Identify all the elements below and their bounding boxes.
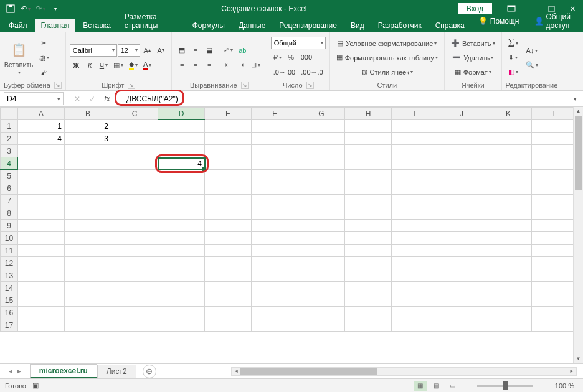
redo-icon[interactable]: ↷▾ (34, 2, 47, 16)
cell[interactable] (298, 257, 345, 269)
cell[interactable] (18, 182, 65, 195)
view-page-break-button[interactable]: ▭ (446, 381, 460, 391)
cell[interactable] (298, 307, 345, 319)
cell[interactable] (158, 182, 205, 195)
cancel-formula-icon[interactable]: ✕ (72, 95, 82, 103)
cell[interactable] (18, 170, 65, 182)
cut-button[interactable]: ✂ (36, 37, 52, 50)
increase-font-button[interactable]: A▴ (141, 44, 154, 57)
merge-button[interactable]: ⊞▾ (249, 58, 263, 72)
column-header[interactable]: E (205, 108, 252, 120)
column-header[interactable]: A (18, 108, 65, 120)
cell[interactable] (65, 145, 111, 157)
cell[interactable] (438, 232, 485, 245)
column-header[interactable]: C (111, 108, 158, 120)
cell[interactable] (205, 282, 252, 294)
conditional-format-button[interactable]: ▤Условное форматирование▾ (334, 37, 440, 50)
cell[interactable] (485, 307, 532, 319)
cell[interactable] (111, 120, 158, 133)
align-middle-button[interactable]: ≡ (189, 44, 202, 57)
cell[interactable] (111, 195, 158, 207)
scroll-down-icon[interactable]: ▼ (574, 355, 583, 363)
cell[interactable] (392, 319, 438, 332)
cell[interactable] (345, 232, 392, 245)
cell[interactable] (438, 245, 485, 257)
cell[interactable] (298, 220, 345, 232)
cell[interactable] (252, 182, 298, 195)
cell[interactable] (345, 257, 392, 269)
cell[interactable] (485, 282, 532, 294)
worksheet-grid[interactable]: ABCDEFGHIJKL1122433445678910111213141516… (0, 107, 583, 363)
cell[interactable] (65, 282, 111, 294)
cell[interactable] (392, 133, 438, 145)
row-header[interactable]: 2 (1, 133, 18, 145)
tab-home[interactable]: Главная (35, 19, 76, 32)
tell-me-button[interactable]: 💡Помощн (472, 14, 526, 28)
cell[interactable] (392, 294, 438, 307)
cell[interactable] (205, 145, 252, 157)
cell[interactable] (438, 157, 485, 170)
cell[interactable] (438, 170, 485, 182)
cell[interactable] (158, 245, 205, 257)
formula-input[interactable]: =ДВССЫЛ("A2") (118, 92, 572, 105)
align-launcher[interactable]: ↘ (241, 82, 249, 89)
cell[interactable] (18, 195, 65, 207)
row-header[interactable]: 8 (1, 207, 18, 220)
cell[interactable] (485, 145, 532, 157)
cell[interactable] (485, 294, 532, 307)
sort-filter-button[interactable]: A↓▾ (523, 44, 541, 57)
cell[interactable] (532, 232, 579, 245)
cell[interactable] (438, 307, 485, 319)
cell[interactable] (252, 120, 298, 133)
tab-insert[interactable]: Вставка (77, 19, 117, 32)
cell-styles-button[interactable]: ▧Стили ячеек▾ (334, 65, 440, 78)
cell[interactable] (65, 257, 111, 269)
cell[interactable] (345, 170, 392, 182)
cell[interactable] (252, 220, 298, 232)
cell[interactable] (392, 269, 438, 282)
zoom-slider[interactable] (477, 385, 533, 387)
add-sheet-button[interactable]: ⊕ (143, 365, 156, 378)
cell[interactable] (65, 170, 111, 182)
scroll-left-icon[interactable]: ◄ (232, 368, 240, 375)
cell[interactable] (18, 145, 65, 157)
cell[interactable] (252, 257, 298, 269)
vertical-scrollbar[interactable]: ▲ ▼ (573, 107, 583, 363)
row-header[interactable]: 15 (1, 294, 18, 307)
cell[interactable] (532, 157, 579, 170)
cell[interactable] (158, 207, 205, 220)
row-header[interactable]: 7 (1, 195, 18, 207)
tab-review[interactable]: Рецензирование (273, 19, 343, 32)
cell[interactable] (111, 282, 158, 294)
row-header[interactable]: 14 (1, 282, 18, 294)
cell[interactable] (252, 195, 298, 207)
cell[interactable] (111, 145, 158, 157)
cell[interactable] (485, 220, 532, 232)
cell[interactable] (438, 257, 485, 269)
cell[interactable] (18, 257, 65, 269)
cell[interactable] (485, 232, 532, 245)
cell[interactable] (392, 245, 438, 257)
cell[interactable] (205, 269, 252, 282)
fill-color-button[interactable]: ◆▾ (126, 58, 140, 72)
cell[interactable] (392, 232, 438, 245)
expand-formula-bar-icon[interactable]: ▾ (572, 96, 583, 102)
cell[interactable] (438, 319, 485, 332)
delete-cells-button[interactable]: ➖Удалить▾ (448, 51, 498, 64)
increase-decimal-button[interactable]: .0→.00 (271, 66, 298, 79)
cell[interactable] (532, 269, 579, 282)
paste-button[interactable]: 📋 Вставить ▾ (4, 34, 34, 81)
sheet-tab-2[interactable]: Лист2 (97, 365, 136, 378)
format-as-table-button[interactable]: ▦Форматировать как таблицу▾ (334, 51, 440, 64)
cell[interactable] (18, 269, 65, 282)
cell[interactable] (205, 294, 252, 307)
row-header[interactable]: 9 (1, 220, 18, 232)
insert-cells-button[interactable]: ➕Вставить▾ (448, 37, 498, 50)
column-header[interactable]: J (438, 108, 485, 120)
cell[interactable] (532, 319, 579, 332)
view-page-layout-button[interactable]: ▤ (430, 381, 443, 391)
cell[interactable] (345, 307, 392, 319)
italic-button[interactable]: К (83, 58, 97, 72)
column-header[interactable]: L (532, 108, 579, 120)
align-right-button[interactable]: ≡ (203, 58, 216, 72)
